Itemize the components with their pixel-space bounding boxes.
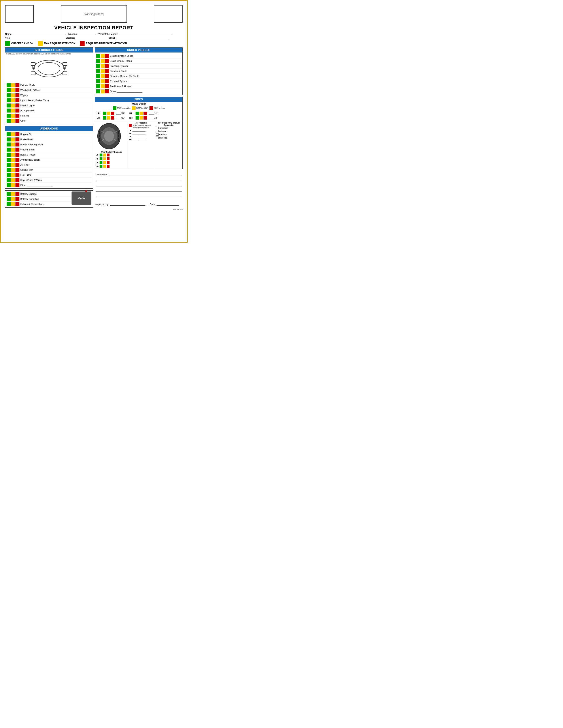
green-box[interactable] (7, 103, 11, 107)
new-tire-label: New Tire (159, 137, 167, 139)
air-lr-oem[interactable] (139, 135, 145, 138)
alignment-checkbox[interactable] (156, 127, 158, 129)
air-lr-row: LR (129, 135, 154, 138)
comments-line-5 (96, 194, 182, 197)
yellow-box[interactable] (11, 114, 15, 118)
air-rf-oem[interactable] (139, 132, 145, 135)
check-row-other-int: Other ___________________ (7, 118, 91, 123)
tire-svg (96, 122, 122, 150)
vin-input[interactable] (11, 36, 64, 39)
balance-checkbox[interactable] (156, 130, 158, 132)
under-vehicle-section: UNDER VEHICLE Brakes (Pads / Shoes) (95, 47, 182, 95)
tread-legend-green: 7/32" or greater (113, 106, 131, 110)
date-input[interactable] (156, 203, 179, 206)
comments-input-4[interactable] (96, 189, 182, 192)
lf-boxes[interactable] (103, 112, 114, 115)
status-boxes[interactable] (7, 114, 19, 118)
green-box[interactable] (7, 88, 11, 92)
tread-yellow-label: 3/32" to 6/32" (136, 107, 148, 109)
yellow-box[interactable] (11, 103, 15, 107)
yellow-box[interactable] (11, 98, 15, 102)
email-input[interactable] (116, 36, 169, 39)
yellow-box[interactable] (11, 119, 15, 123)
item-label: Lights (Head, Brake, Turn) (20, 99, 91, 102)
status-boxes[interactable] (7, 109, 19, 113)
item-label: Interior Lights (20, 104, 91, 107)
air-pressure-section: Air Pressure TPMS Warning System BEFORE … (128, 122, 154, 168)
status-boxes[interactable] (7, 93, 19, 97)
red-box[interactable] (15, 109, 19, 113)
yellow-box[interactable] (11, 83, 15, 87)
air-rr-before[interactable] (132, 138, 139, 141)
air-lf-oem[interactable] (139, 129, 145, 132)
air-lf-row: LF (129, 129, 154, 132)
tire-reading-rows: LF ____/32" LR (97, 111, 180, 120)
item-label: AC Operation (20, 109, 91, 112)
comments-input-3[interactable] (96, 183, 182, 186)
green-box[interactable] (7, 98, 11, 102)
svg-point-12 (104, 131, 114, 142)
red-box[interactable] (15, 103, 19, 107)
air-lf-before[interactable] (132, 129, 139, 132)
check-row-washer-fluid: Washer Fluid (7, 147, 91, 152)
alignment-row: Alignment (156, 126, 181, 129)
lr-boxes[interactable] (103, 116, 114, 120)
yellow-box[interactable] (11, 109, 15, 113)
red-box[interactable] (15, 88, 19, 92)
green-box[interactable] (7, 109, 11, 113)
red-box[interactable] (15, 83, 19, 87)
battery-image: Mighty (71, 191, 91, 205)
comments-input-1[interactable] (109, 173, 182, 176)
name-input[interactable] (13, 32, 66, 35)
comments-line-4 (96, 189, 182, 192)
tire-bottom: Wear Pattern/ Damage LF RF (95, 121, 182, 169)
green-box[interactable] (7, 119, 11, 123)
inspected-row: Inspected by: Date: (95, 203, 182, 206)
comments-input-5[interactable] (96, 194, 182, 197)
svg-rect-13 (99, 131, 100, 134)
header-box-right (154, 5, 182, 23)
red-box[interactable] (15, 119, 19, 123)
status-boxes[interactable] (7, 98, 19, 102)
mileage-input[interactable] (78, 32, 96, 35)
yellow-box[interactable] (11, 88, 15, 92)
check-row-fuel-filter: Fuel Filter (7, 173, 91, 178)
under-vehicle-header: UNDER VEHICLE (95, 48, 182, 53)
check-row-power-steering: Power Steering Fluid (7, 142, 91, 147)
battery-inner: Battery Charge Battery Condition (5, 191, 93, 207)
green-box[interactable] (7, 114, 11, 118)
battery-brand-label: Mighty (77, 197, 85, 199)
status-boxes[interactable] (7, 119, 19, 123)
year-make-model-label: Year/Make/Model: (98, 33, 118, 35)
rf-boxes[interactable] (135, 112, 147, 115)
license-input[interactable] (76, 36, 107, 39)
rr-boxes[interactable] (135, 116, 147, 120)
rotation-checkbox[interactable] (156, 133, 158, 136)
status-boxes[interactable] (7, 88, 19, 92)
status-boxes[interactable] (7, 132, 19, 136)
air-rf-before[interactable] (132, 132, 139, 135)
status-boxes[interactable] (7, 83, 19, 87)
air-rr-oem[interactable] (139, 138, 145, 141)
comments-input-2[interactable] (96, 178, 182, 181)
green-box[interactable] (7, 93, 11, 97)
red-box[interactable] (15, 98, 19, 102)
comments-label: Comments: (96, 173, 108, 176)
header: (Your logo here) (5, 5, 182, 23)
yellow-box[interactable] (11, 93, 15, 97)
comments-line-1: Comments: (96, 173, 182, 176)
air-lr-before[interactable] (132, 135, 139, 138)
red-box[interactable] (15, 93, 19, 97)
new-tire-checkbox[interactable] (156, 137, 158, 139)
interior-exterior-items: Exterior Body Windshield / Glass (5, 82, 93, 124)
tire-row-rr: RR ____/32" (129, 116, 158, 120)
year-make-model-input[interactable] (118, 32, 171, 35)
underhood-header: UNDERHOOD (5, 126, 93, 131)
status-boxes[interactable] (7, 103, 19, 107)
tread-legend-yellow: 3/32" to 6/32" (132, 106, 148, 110)
tire-readings: LF ____/32" LR (95, 111, 182, 121)
wear-pattern-positions: LF RF LR (96, 153, 127, 168)
green-box[interactable] (7, 83, 11, 87)
red-box[interactable] (15, 114, 19, 118)
inspected-by-input[interactable] (110, 203, 145, 206)
